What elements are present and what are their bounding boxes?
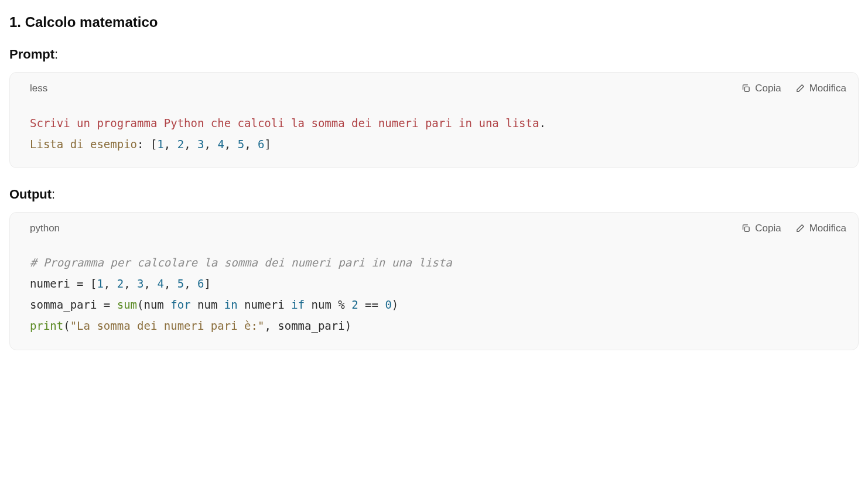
output-code-block: python Copia Modifica # Programma per ca…	[9, 212, 859, 350]
prompt-label: Prompt:	[9, 45, 859, 64]
copy-button[interactable]: Copia	[741, 81, 781, 96]
code-actions: Copia Modifica	[741, 221, 846, 236]
svg-rect-1	[745, 227, 750, 231]
edit-label: Modifica	[809, 81, 846, 96]
prompt-code-block: less Copia Modifica Scrivi un programma …	[9, 72, 859, 168]
section-title: 1. Calcolo matematico	[9, 12, 859, 33]
edit-button[interactable]: Modifica	[795, 221, 846, 236]
prompt-label-colon: :	[54, 47, 58, 62]
edit-icon	[795, 223, 805, 233]
copy-icon	[741, 83, 751, 93]
output-code[interactable]: # Programma per calcolare la somma dei n…	[10, 235, 858, 349]
svg-rect-0	[745, 87, 750, 92]
copy-label: Copia	[755, 221, 781, 236]
edit-label: Modifica	[809, 221, 846, 236]
copy-button[interactable]: Copia	[741, 221, 781, 236]
output-label: Output:	[9, 184, 859, 204]
copy-label: Copia	[755, 81, 781, 96]
output-label-colon: :	[52, 187, 55, 201]
output-label-text: Output	[9, 187, 52, 201]
copy-icon	[741, 223, 751, 233]
code-lang-label: less	[30, 81, 47, 96]
prompt-label-text: Prompt	[9, 47, 54, 62]
prompt-code[interactable]: Scrivi un programma Python che calcoli l…	[10, 96, 858, 168]
code-actions: Copia Modifica	[741, 81, 846, 96]
code-header: less Copia Modifica	[10, 73, 858, 96]
edit-icon	[795, 83, 805, 93]
edit-button[interactable]: Modifica	[795, 81, 846, 96]
code-header: python Copia Modifica	[10, 213, 858, 236]
code-lang-label: python	[30, 221, 60, 236]
